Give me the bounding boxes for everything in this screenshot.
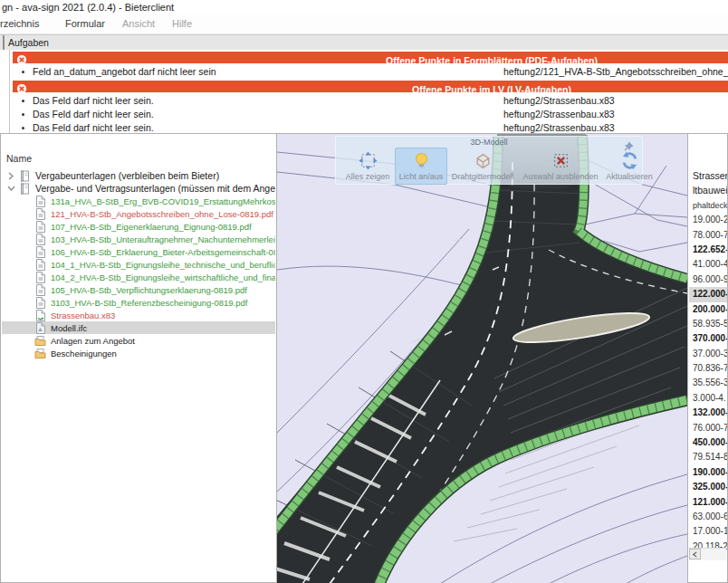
3d-object-row[interactable]: 190.000-: [689, 465, 727, 480]
window-title: gn - ava-sign 2021 (2.0.4) - Bieterclien…: [2, 2, 174, 13]
tree-item[interactable]: 131a_HVA_B-StB_Erg_BVB-COVID19_Erstattun…: [2, 195, 275, 207]
tree-item[interactable]: Vergabeunterlagen (verbleiben beim Biete…: [2, 169, 275, 182]
tree-item[interactable]: 106_HVA-B-Stb_Erklaerung_Bieter-Arbeitsg…: [2, 245, 275, 258]
dock-grip[interactable]: [3, 35, 5, 50]
3d-object-row[interactable]: 3.000-4.: [689, 391, 727, 406]
tree-item[interactable]: 104_1_HVA-B-Stb_Eignungsleihe_technische…: [2, 258, 275, 271]
tree-item[interactable]: 104_2_HVA-B-Stb_Eignungsleihe_wirtschaft…: [2, 271, 275, 283]
chevron-down-icon[interactable]: [7, 185, 19, 192]
tree-item[interactable]: 121_HVA-B-Stb_Angebotsschreiben_ohne_Los…: [2, 207, 275, 220]
toolbar-button-hidesel[interactable]: Auswahl ausblenden: [518, 148, 603, 185]
3d-object-row[interactable]: 19.000-2: [689, 213, 727, 227]
task-source: heftung2/Strassenbau.x83: [503, 109, 615, 119]
3d-object-row[interactable]: 132.000-: [689, 406, 727, 420]
3d-object-row[interactable]: 370.000-: [689, 331, 727, 346]
tree-item-label: 121_HVA-B-Stb_Angebotsschreiben_ohne_Los…: [48, 209, 273, 219]
task-row[interactable]: Das Feld darf nicht leer sein.heftung2/S…: [0, 94, 728, 108]
pdf-icon: [34, 297, 48, 309]
tree-item-label: Anlagen zum Angebot: [48, 336, 135, 346]
pdf-icon: [34, 196, 48, 207]
3d-object-row[interactable]: 79.514-8: [689, 450, 727, 464]
toolbar-button-wire[interactable]: Drahtgittermodell: [447, 148, 518, 185]
horizontal-scrollbar[interactable]: [689, 548, 726, 560]
tree-item[interactable]: Anlagen zum Angebot: [2, 334, 275, 347]
3d-object-row[interactable]: 76.000-7: [689, 421, 727, 435]
task-group-title: Offene Punkte im LV (LV-Aufgaben): [412, 84, 571, 92]
bullet-icon: [22, 127, 24, 129]
tree-item[interactable]: 103_HVA-B-Stb_Unterauftragnehmer_Nachunt…: [2, 233, 275, 245]
pdf-icon: [34, 246, 48, 258]
pkg-icon: [19, 183, 33, 195]
menu-item-0[interactable]: rzeichnis: [0, 18, 39, 29]
tasks-panel-header: Aufgaben: [0, 34, 728, 51]
bullet-icon: [22, 113, 24, 116]
3d-object-row[interactable]: 122.652-: [689, 243, 727, 257]
tree-item-label: 3103_HVA-B-Stb_Referenzbescheinigung-081…: [48, 298, 247, 308]
3d-object-row[interactable]: 58.935-5: [689, 317, 727, 331]
chevron-right-icon[interactable]: [7, 172, 19, 180]
3d-object-row[interactable]: ltbauweis: [689, 183, 727, 197]
scroll-left-icon[interactable]: [689, 549, 701, 559]
3d-model-canvas[interactable]: [277, 134, 687, 583]
tree-item-label: Bescheinigungen: [48, 349, 117, 358]
toolbar-button-label: Drahtgittermodell: [448, 172, 517, 181]
window-titlebar: gn - ava-sign 2021 (2.0.4) - Bieterclien…: [0, 0, 728, 14]
tasks-list: Offene Punkte in Formblättern (PDF-Aufga…: [0, 50, 728, 133]
3d-object-row[interactable]: 96.000-9: [689, 272, 727, 287]
tree-item[interactable]: 107_HVA-B-Stb_Eigenerklaerung_Eignung-08…: [2, 220, 275, 233]
3d-object-row[interactable]: 70.836-7: [689, 361, 727, 376]
bulb-icon: [396, 149, 446, 172]
wire-icon: [448, 149, 517, 172]
3d-viewport[interactable]: 3D-Modell Alles zeigenLicht an/ausDrahtg…: [277, 133, 687, 583]
menu-bar: rzeichnisFormularAnsichtHilfe: [0, 14, 728, 34]
tree-item[interactable]: 3103_HVA-B-Stb_Referenzbescheinigung-081…: [2, 296, 275, 309]
3d-object-row[interactable]: 41.000-4: [689, 257, 727, 272]
hidesel-icon: [519, 149, 602, 172]
3d-object-row[interactable]: 450.000-: [689, 435, 727, 450]
tree-item-label: 103_HVA-B-Stb_Unterauftragnehmer_Nachunt…: [48, 234, 275, 244]
tree-item[interactable]: Strassenbau.x83: [2, 309, 275, 321]
toolbar-button-label: Alles zeigen: [341, 172, 394, 181]
menu-item-1[interactable]: Formular: [65, 18, 105, 29]
tree-item-label: 105_HVA-B-Stb_Verpflichtungserklaerung-0…: [48, 285, 247, 295]
task-source: heftung2/121_HVA-B-Stb_Angebotsschreiben…: [503, 66, 728, 77]
task-row[interactable]: Das Feld darf nicht leer sein.heftung2/S…: [0, 108, 728, 121]
tree-item[interactable]: Vergabe- und Vertragsunterlagen (müssen …: [2, 182, 275, 195]
task-group-banner: Offene Punkte im LV (LV-Aufgaben): [13, 81, 728, 92]
3d-toolbar-buttons: Alles zeigenLicht an/ausDrahtgittermodel…: [340, 148, 656, 185]
toolbar-button-label: Licht an/aus: [396, 172, 446, 181]
folder-icon: [34, 335, 48, 347]
tree-item[interactable]: Bescheinigungen: [2, 347, 275, 359]
3d-object-row[interactable]: 78.000-7: [689, 228, 727, 243]
3d-object-row[interactable]: 37.000-3: [689, 347, 727, 361]
task-row[interactable]: Feld an_datum_angebot darf nicht leer se…: [0, 65, 728, 79]
3d-object-row[interactable]: 63.000-6: [689, 510, 727, 524]
tree-item[interactable]: 105_HVA-B-Stb_Verpflichtungserklaerung-0…: [2, 283, 275, 296]
toolbar-button-refresh[interactable]: Aktualisieren: [603, 148, 656, 185]
menu-item-2[interactable]: Ansicht: [122, 18, 155, 29]
3d-object-row[interactable]: 35.556-3: [689, 376, 727, 390]
3d-object-row[interactable]: 17.000-1: [689, 524, 727, 539]
pkg-icon: [19, 170, 33, 182]
pdf-icon: [34, 208, 48, 220]
tree-item-label: 106_HVA-B-Stb_Erklaerung_Bieter-Arbeitsg…: [48, 247, 275, 257]
ifc-icon: [34, 322, 48, 334]
3d-object-row[interactable]: 325.000-: [689, 480, 727, 494]
pdf-icon: [34, 221, 48, 233]
toolbar-button-bulb[interactable]: Licht an/aus: [395, 148, 447, 185]
tree-item[interactable]: Modell.ifc: [2, 321, 275, 334]
3d-object-row[interactable]: phaltdecks: [689, 198, 727, 213]
refresh-icon: [604, 149, 655, 172]
3d-object-row[interactable]: 121.000-: [689, 495, 727, 510]
pdf-icon: [34, 259, 48, 271]
toolbar-button-label: Aktualisieren: [604, 172, 655, 181]
3d-object-row[interactable]: 122.000-: [689, 287, 727, 301]
toolbar-button-fit[interactable]: Alles zeigen: [340, 148, 395, 185]
3d-object-row[interactable]: 200.000-: [689, 302, 727, 317]
tree-item-label: 107_HVA-B-Stb_Eigenerklaerung_Eignung-08…: [48, 222, 252, 232]
3d-object-row[interactable]: Strassenb: [689, 168, 727, 183]
3d-toolbar: 3D-Modell Alles zeigenLicht an/ausDrahtg…: [335, 136, 643, 185]
tree-item-label: 104_1_HVA-B-Stb_Eignungsleihe_technische…: [48, 260, 275, 270]
bieterclient-window: gn - ava-sign 2021 (2.0.4) - Bieterclien…: [0, 0, 728, 583]
menu-item-3[interactable]: Hilfe: [172, 18, 192, 29]
